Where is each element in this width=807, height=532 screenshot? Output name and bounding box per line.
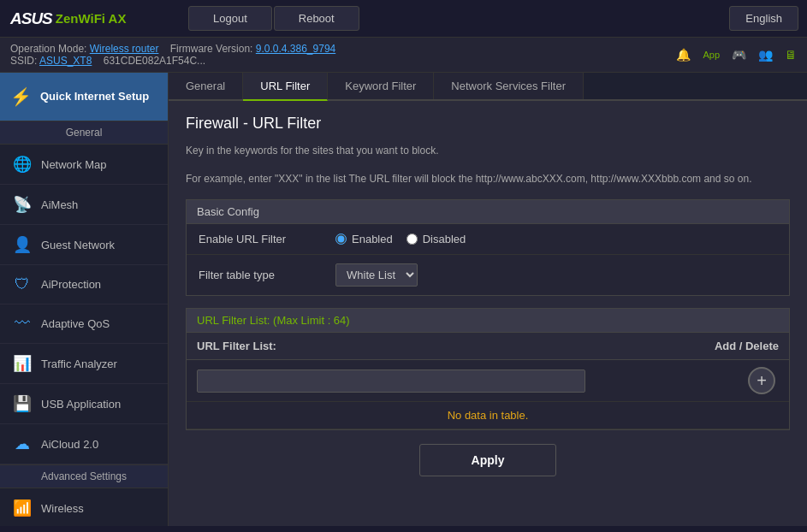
page-title: Firewall - URL Filter (186, 115, 790, 133)
filter-list-section: URL Filter List: (Max Limit : 64) URL Fi… (186, 308, 790, 430)
sidebar-item-network-map[interactable]: 🌐 Network Map (0, 145, 168, 185)
enabled-radio-group: Enabled (335, 233, 393, 245)
aimesh-label: AiMesh (41, 198, 78, 211)
advanced-section-label: Advanced Settings (0, 464, 168, 488)
apply-button[interactable]: Apply (419, 444, 557, 476)
tab-general[interactable]: General (169, 73, 243, 99)
filter-list-header: URL Filter List: (Max Limit : 64) (187, 309, 789, 333)
sidebar-item-wireless[interactable]: 📶 Wireless (0, 488, 168, 526)
sidebar-item-aiprotection[interactable]: 🛡 AiProtection (0, 265, 168, 304)
zen-brand-text: ZenWiFi AX (56, 11, 127, 26)
no-data-row: No data in table. (187, 402, 789, 429)
filter-table-header-row: URL Filter List: Add / Delete (187, 333, 789, 360)
status-left: Operation Mode: Wireless router Firmware… (10, 43, 335, 67)
col-add-delete: Add / Delete (638, 333, 789, 360)
asus-brand-text: ASUS (10, 9, 52, 28)
status-bar: Operation Mode: Wireless router Firmware… (0, 38, 807, 73)
aimesh-icon: 📡 (12, 195, 33, 214)
filter-input-cell (187, 360, 638, 402)
usb-application-label: USB Application (41, 398, 121, 411)
adaptive-qos-icon: 〰 (12, 315, 33, 333)
status-icons: 🔔 App 🎮 👥 🖥 (676, 48, 797, 62)
tab-keyword-filter[interactable]: Keyword Filter (328, 73, 434, 99)
filter-table: URL Filter List: Add / Delete + (187, 333, 789, 429)
enabled-radio-label[interactable]: Enabled (352, 233, 393, 245)
tab-network-services-filter[interactable]: Network Services Filter (434, 73, 584, 99)
filter-type-control: White List Black List (335, 263, 418, 287)
wireless-label: Wireless (41, 502, 84, 515)
enable-url-filter-row: Enable URL Filter Enabled Disabled (187, 224, 789, 255)
page-desc-1: Key in the keywords for the sites that y… (186, 143, 790, 159)
op-mode-value[interactable]: Wireless router (90, 43, 159, 55)
game-icon[interactable]: 🎮 (732, 48, 746, 62)
enabled-radio[interactable] (335, 233, 347, 245)
col-url-list: URL Filter List: (187, 333, 638, 360)
content-area: General URL Filter Keyword Filter Networ… (169, 73, 807, 526)
traffic-analyzer-label: Traffic Analyzer (41, 358, 117, 370)
main-layout: ⚡ Quick Internet Setup General 🌐 Network… (0, 73, 807, 526)
app-label: App (703, 50, 720, 60)
app-icon[interactable]: 🔔 (676, 48, 691, 62)
firmware-label: Firmware Version: (170, 43, 253, 55)
network-map-label: Network Map (41, 158, 107, 171)
quick-setup-label: Quick Internet Setup (40, 90, 149, 104)
ssid-label: SSID: (10, 55, 37, 67)
sidebar-item-guest-network[interactable]: 👤 Guest Network (0, 225, 168, 265)
aiprotection-label: AiProtection (41, 278, 101, 291)
general-section-label: General (0, 121, 168, 145)
guest-network-icon: 👤 (12, 235, 33, 254)
firmware-value[interactable]: 9.0.0.4.386_9794 (256, 43, 335, 55)
aiprotection-icon: 🛡 (12, 275, 33, 293)
logout-button[interactable]: Logout (188, 6, 272, 31)
monitor-icon[interactable]: 🖥 (785, 48, 797, 62)
mac-value: 631CDE082A1F54C... (104, 55, 205, 67)
sidebar-item-traffic-analyzer[interactable]: 📊 Traffic Analyzer (0, 344, 168, 384)
wireless-icon: 📶 (12, 499, 33, 517)
adaptive-qos-label: Adaptive QoS (41, 317, 110, 330)
people-icon[interactable]: 👥 (758, 48, 773, 62)
sidebar-item-adaptive-qos[interactable]: 〰 Adaptive QoS (0, 304, 168, 344)
aicloud-icon: ☁ (12, 434, 33, 453)
reboot-button[interactable]: Reboot (274, 6, 359, 31)
disabled-radio[interactable] (406, 233, 418, 245)
sidebar-item-usb-application[interactable]: 💾 USB Application (0, 384, 168, 424)
logo-area: ASUS ZenWiFi AX (0, 9, 171, 28)
filter-type-row: Filter table type White List Black List (187, 255, 789, 295)
top-bar: ASUS ZenWiFi AX Logout Reboot English (0, 0, 807, 38)
sidebar-item-aimesh[interactable]: 📡 AiMesh (0, 185, 168, 225)
sidebar: ⚡ Quick Internet Setup General 🌐 Network… (0, 73, 169, 526)
asus-logo: ASUS ZenWiFi AX (10, 9, 126, 28)
quick-setup-item[interactable]: ⚡ Quick Internet Setup (0, 73, 168, 121)
language-button[interactable]: English (729, 6, 798, 31)
network-map-icon: 🌐 (12, 155, 33, 174)
disabled-radio-label[interactable]: Disabled (423, 233, 466, 245)
aicloud-label: AiCloud 2.0 (41, 438, 98, 451)
ssid-value[interactable]: ASUS_XT8 (39, 55, 92, 67)
tabs: General URL Filter Keyword Filter Networ… (169, 73, 807, 101)
top-nav: Logout Reboot (171, 6, 729, 31)
usb-application-icon: 💾 (12, 394, 33, 413)
apply-row: Apply (186, 444, 790, 476)
page-desc-2: For example, enter "XXX" in the list The… (186, 171, 790, 187)
no-data-cell: No data in table. (187, 402, 789, 429)
filter-type-label: Filter table type (199, 269, 335, 281)
disabled-radio-group: Disabled (406, 233, 466, 245)
quick-setup-icon: ⚡ (10, 86, 32, 107)
tab-url-filter[interactable]: URL Filter (243, 73, 328, 101)
filter-input-row: + (187, 360, 789, 402)
enable-url-filter-control: Enabled Disabled (335, 233, 466, 245)
guest-network-label: Guest Network (41, 239, 115, 251)
add-delete-cell: + (638, 360, 789, 402)
enable-url-filter-label: Enable URL Filter (199, 233, 335, 245)
url-filter-input[interactable] (197, 369, 585, 393)
op-mode-label: Operation Mode: (10, 43, 86, 55)
add-button[interactable]: + (748, 367, 775, 394)
page-content: Firewall - URL Filter Key in the keyword… (169, 101, 807, 526)
basic-config-header: Basic Config (187, 200, 789, 224)
sidebar-item-aicloud[interactable]: ☁ AiCloud 2.0 (0, 424, 168, 464)
traffic-analyzer-icon: 📊 (12, 354, 33, 373)
filter-type-select[interactable]: White List Black List (335, 263, 418, 287)
basic-config-section: Basic Config Enable URL Filter Enabled D… (186, 199, 790, 296)
